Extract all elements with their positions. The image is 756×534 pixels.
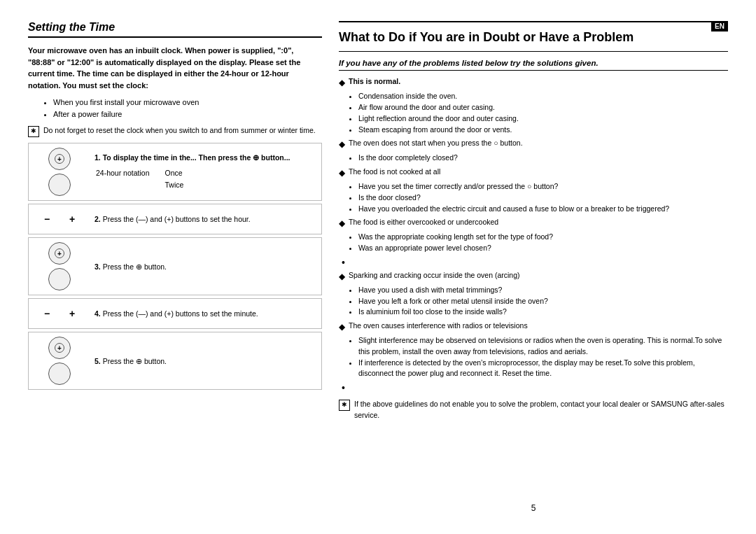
right-title: What to Do if You are in Doubt or Have a… bbox=[339, 29, 728, 45]
section-3-title: The food is not cooked at all bbox=[349, 167, 440, 178]
s5-item-0: Have you used a dish with metal trimming… bbox=[358, 285, 728, 296]
en-badge: EN bbox=[711, 21, 728, 31]
step-3-content: 3. Press the ⊕ button. bbox=[88, 260, 318, 273]
btn-inner-step5: + bbox=[55, 343, 64, 353]
step-3-text: Press the ⊕ button. bbox=[103, 262, 167, 271]
s1-item-0: Condensation inside the oven. bbox=[358, 91, 728, 102]
step-4-content: 4. Press the (—) and (+) buttons to set … bbox=[88, 307, 318, 320]
pm-row-1: − + bbox=[39, 211, 80, 227]
btn-step3: + bbox=[48, 242, 71, 265]
right-section: EN What to Do if You are in Doubt or Hav… bbox=[339, 21, 728, 513]
step-2-number: 2. bbox=[94, 215, 103, 223]
note-box: ✱ Do not forget to reset the clock when … bbox=[28, 125, 322, 137]
section-6-title: The oven causes interference with radios… bbox=[349, 321, 528, 332]
s3-item-2: Have you overloaded the electric circuit… bbox=[358, 204, 728, 215]
diamond-icon-3: ◆ bbox=[339, 167, 345, 179]
s4-item-0: Was the appropriate cooking length set f… bbox=[358, 232, 728, 243]
step-2-content: 2. Press the (—) and (+) buttons to set … bbox=[88, 213, 318, 225]
s3-item-1: Is the door closed? bbox=[358, 192, 728, 204]
section-2-list: Is the door completely closed? bbox=[351, 153, 728, 164]
final-note-icon: ✱ bbox=[339, 400, 350, 411]
diamond-icon-1: ◆ bbox=[339, 76, 345, 89]
s4-item-1: Was an appropriate power level chosen? bbox=[358, 243, 728, 254]
step-4-number: 4. bbox=[94, 309, 103, 318]
diamond-icon-5: ◆ bbox=[339, 270, 345, 283]
s5-item-2: Is aluminium foil too close to the insid… bbox=[358, 307, 728, 318]
btn-step5: + bbox=[48, 337, 71, 359]
step-3-diagram: + bbox=[31, 242, 88, 290]
step-4-group: − + 4. Press the (—) and (+) buttons to … bbox=[28, 298, 322, 329]
step-4-diagram: − + bbox=[31, 303, 88, 324]
btn-clock-circle bbox=[48, 174, 71, 196]
step-5-diagram: + bbox=[31, 337, 88, 385]
left-section: Setting the Time Your microwave oven has… bbox=[28, 21, 322, 513]
right-sub-divider bbox=[339, 51, 728, 52]
section-1-heading: ◆ This is normal. bbox=[339, 76, 728, 89]
step-5-text: Press the ⊕ button. bbox=[103, 357, 167, 365]
section-6-list: Slight interference may be observed on t… bbox=[351, 335, 728, 379]
minus-btn-1: − bbox=[39, 211, 55, 227]
right-subtitle: If you have any of the problems listed b… bbox=[339, 59, 728, 71]
s6-item-1: If interference is detected by the oven’… bbox=[358, 358, 728, 380]
btn-inner-plus: + bbox=[55, 154, 64, 164]
step-5-group: + 5. Press the ⊕ button. bbox=[28, 332, 322, 390]
step-2-diagram: − + bbox=[31, 209, 88, 230]
diamond-icon-4: ◆ bbox=[339, 217, 345, 230]
section-1-list: Condensation inside the oven. Air flow a… bbox=[351, 91, 728, 135]
step-5-number: 5. bbox=[94, 357, 103, 365]
btn-clock-display: + bbox=[48, 148, 71, 170]
dot-separator: • bbox=[342, 257, 728, 268]
section-5-heading: ◆ Sparking and cracking occur inside the… bbox=[339, 270, 728, 283]
s5-item-1: Have you left a fork or other metal uten… bbox=[358, 296, 728, 307]
right-top-divider bbox=[339, 21, 728, 22]
left-intro: Your microwave oven has an inbuilt clock… bbox=[28, 45, 322, 91]
step-2-text: Press the (—) and (+) buttons to set the… bbox=[103, 215, 251, 223]
section-5-title: Sparking and cracking occur inside the o… bbox=[349, 270, 520, 281]
step-1-sub-label-0: 24-hour notation bbox=[96, 168, 163, 179]
step-1-sub-val-1: Twice bbox=[164, 180, 183, 191]
note-icon: ✱ bbox=[28, 126, 39, 137]
step-1-group: + 1. To display the time in the... Then … bbox=[28, 143, 322, 201]
step-1-sub-val-0: Once bbox=[164, 168, 183, 179]
s6-item-0: Slight interference may be observed on t… bbox=[358, 335, 728, 358]
diamond-icon-2: ◆ bbox=[339, 138, 345, 150]
s3-item-0: Have you set the timer correctly and/or … bbox=[358, 181, 728, 192]
pm-row-2: − + bbox=[39, 306, 80, 321]
step-1-number: 1. bbox=[94, 153, 103, 162]
step-5-content: 5. Press the ⊕ button. bbox=[88, 355, 318, 367]
left-title: Setting the Time bbox=[28, 21, 322, 38]
bullet-install: When you first install your microwave ov… bbox=[53, 97, 322, 108]
section-4-list: Was the appropriate cooking length set f… bbox=[351, 232, 728, 254]
page-number: 5 bbox=[531, 503, 536, 513]
step-1-diagram: + bbox=[31, 148, 88, 196]
step-1-sub-label-1 bbox=[96, 180, 163, 191]
note-text: Do not forget to reset the clock when yo… bbox=[43, 125, 316, 137]
section-5-list: Have you used a dish with metal trimming… bbox=[351, 285, 728, 318]
section-1-title: This is normal. bbox=[349, 76, 400, 87]
btn-circle-step3 bbox=[48, 268, 71, 290]
step-2-group: − + 2. Press the (—) and (+) buttons to … bbox=[28, 204, 322, 234]
section-2-heading: ◆ The oven does not start when you press… bbox=[339, 138, 728, 150]
section-4-heading: ◆ The food is either overcooked or under… bbox=[339, 217, 728, 230]
s1-item-1: Air flow around the door and outer casin… bbox=[358, 102, 728, 113]
section-3-list: Have you set the timer correctly and/or … bbox=[351, 181, 728, 214]
diamond-icon-6: ◆ bbox=[339, 321, 345, 333]
btn-inner-step3: + bbox=[55, 248, 64, 258]
minus-btn-2: − bbox=[39, 306, 55, 321]
step-4-text: Press the (—) and (+) buttons to set the… bbox=[103, 309, 258, 318]
final-note-box: ✱ If the above guidelines do not enable … bbox=[339, 399, 728, 421]
section-2-title: The oven does not start when you press t… bbox=[349, 138, 523, 149]
dot-separator-2: • bbox=[342, 382, 728, 393]
step-3-group: + 3. Press the ⊕ button. bbox=[28, 237, 322, 295]
s2-item-0: Is the door completely closed? bbox=[358, 153, 728, 164]
btn-circle-step5 bbox=[48, 363, 71, 385]
s1-item-3: Steam escaping from around the door or v… bbox=[358, 125, 728, 136]
section-3-heading: ◆ The food is not cooked at all bbox=[339, 167, 728, 179]
s1-item-2: Light reflection around the door and out… bbox=[358, 113, 728, 125]
step-1-content: 1. To display the time in the... Then pr… bbox=[88, 151, 318, 192]
step-3-number: 3. bbox=[94, 262, 103, 271]
section-4-title: The food is either overcooked or underco… bbox=[349, 217, 498, 228]
plus-btn-2: + bbox=[64, 306, 80, 321]
section-6-heading: ◆ The oven causes interference with radi… bbox=[339, 321, 728, 333]
plus-btn-1: + bbox=[64, 211, 80, 227]
